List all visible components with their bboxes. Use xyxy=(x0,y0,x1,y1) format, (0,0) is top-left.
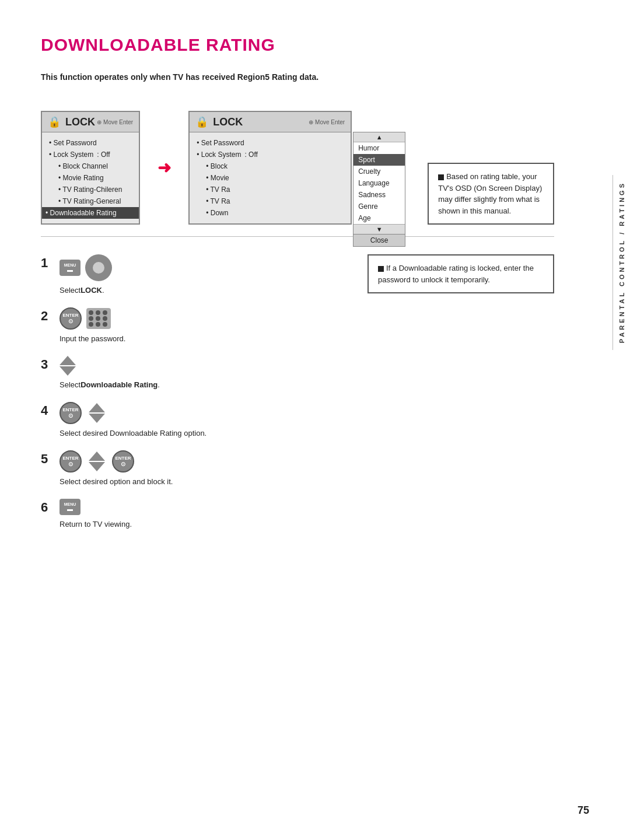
lock-ui-left-body: • Set Password • Lock System : Off • Blo… xyxy=(42,132,139,223)
dropdown-language: Language xyxy=(354,177,405,189)
up-arrow-3[interactable] xyxy=(60,356,76,365)
lock-ui-left: 🔒 LOCK ⊕ Move Enter • Set Password • Loc… xyxy=(41,111,140,225)
step-5: 5 ENTER ⊙ ENTER ⊙ xyxy=(41,450,344,486)
diagrams-row: 🔒 LOCK ⊕ Move Enter • Set Password • Loc… xyxy=(41,111,554,225)
note-box-2: If a Downloadable rating is locked, ente… xyxy=(368,254,554,293)
right-movie: • Movie xyxy=(197,172,344,184)
step-2: 2 ENTER ⊙ xyxy=(41,307,344,343)
dropdown-age: Age xyxy=(354,212,405,224)
down-arrow-4[interactable] xyxy=(89,414,105,423)
note-box-wrapper: Based on rating table, your TV's OSD (On… xyxy=(428,163,554,225)
step-3-content: Select Downloadable Rating. xyxy=(60,356,160,389)
step-5-number: 5 xyxy=(41,453,52,466)
dropdown-sport: Sport xyxy=(354,154,405,166)
page-title: DOWNLOADABLE RATING xyxy=(41,35,554,55)
note-square-icon xyxy=(438,174,444,180)
step-1-icons: MENU ▬ xyxy=(60,254,112,281)
dropdown-humor: Humor xyxy=(354,142,405,154)
right-down: • Down xyxy=(197,207,344,219)
nav-hint-right: ⊕ Move Enter xyxy=(309,119,345,125)
step-5-icons: ENTER ⊙ ENTER ⊙ xyxy=(60,450,173,473)
down-arrow-5[interactable] xyxy=(89,462,105,471)
note2-text: If a Downloadable rating is locked, ente… xyxy=(378,264,534,284)
lock-title-left: 🔒 LOCK xyxy=(48,116,95,128)
step-6-number: 6 xyxy=(41,501,52,514)
section-divider xyxy=(41,236,554,237)
note-text: Based on rating table, your TV's OSD (On… xyxy=(438,172,542,215)
arrow-right: ➜ xyxy=(158,158,171,177)
intro-text: This function operates only when TV has … xyxy=(41,72,554,82)
lock-icon-left: 🔒 xyxy=(48,116,61,128)
side-tab-text: PARENTAL CONTROL / RATINGS xyxy=(618,181,625,343)
step-6: 6 MENU ▬ Return to TV viewing. xyxy=(41,499,344,528)
lock-ui-right-header: 🔒 LOCK ⊕ Move Enter xyxy=(190,112,351,132)
lock-ui-right: 🔒 LOCK ⊕ Move Enter • Set Password • Loc… xyxy=(188,111,352,225)
dropdown-popup: ▲ Humor Sport Cruelty Language Sadness G… xyxy=(353,132,405,247)
dropdown-up-arrow: ▲ xyxy=(354,132,405,142)
lock-menu-movie-rating: • Movie Rating xyxy=(49,172,132,184)
lock-ui-right-body: • Set Password • Lock System : Off • Blo… xyxy=(190,132,351,223)
dpad-inner-1 xyxy=(93,262,104,274)
steps-row: 1 MENU ▬ Select LOCK. xyxy=(41,254,554,541)
enter-button-5a[interactable]: ENTER ⊙ xyxy=(60,450,82,473)
menu-button-6[interactable]: MENU ▬ xyxy=(60,499,80,515)
step-6-content: MENU ▬ Return to TV viewing. xyxy=(60,499,132,528)
step-2-number: 2 xyxy=(41,310,52,323)
right-tv-ra1: • TV Ra xyxy=(197,184,344,195)
step-4-label: Select desired Downloadable Rating optio… xyxy=(60,429,206,438)
arrows-3 xyxy=(60,356,76,376)
lock-ui-left-header: 🔒 LOCK ⊕ Move Enter xyxy=(42,112,139,132)
step-5-content: ENTER ⊙ ENTER ⊙ Select desired option an… xyxy=(60,450,173,486)
lock-menu-block-channel: • Block Channel xyxy=(49,160,132,172)
lock-icon-right: 🔒 xyxy=(195,116,208,128)
right-tv-ra2: • TV Ra xyxy=(197,195,344,207)
steps-left: 1 MENU ▬ Select LOCK. xyxy=(41,254,344,541)
step-1: 1 MENU ▬ Select LOCK. xyxy=(41,254,344,295)
right-ui-container: 🔒 LOCK ⊕ Move Enter • Set Password • Loc… xyxy=(188,111,352,225)
enter-button-5b[interactable]: ENTER ⊙ xyxy=(112,450,134,473)
page-number: 75 xyxy=(578,804,589,817)
lock-menu-lock-system: • Lock System : Off xyxy=(49,149,132,160)
step-2-content: ENTER ⊙ xyxy=(60,307,125,343)
dropdown-close[interactable]: Close xyxy=(354,234,405,246)
enter-button-2[interactable]: ENTER ⊙ xyxy=(60,307,82,330)
step-3-label: Select Downloadable Rating. xyxy=(60,380,160,389)
step-6-icons: MENU ▬ xyxy=(60,499,132,515)
step-1-number: 1 xyxy=(41,257,52,270)
lock-menu-tv-rating-chileren: • TV Rating-Chileren xyxy=(49,184,132,195)
right-lock-system: • Lock System : Off xyxy=(197,149,344,160)
right-block: • Block xyxy=(197,160,344,172)
step-2-label: Input the password. xyxy=(60,334,125,343)
numpad-2 xyxy=(86,308,111,329)
step-4-icons: ENTER ⊙ xyxy=(60,402,206,424)
arrows-4 xyxy=(89,403,105,423)
dropdown-genre: Genre xyxy=(354,201,405,212)
step-3-number: 3 xyxy=(41,358,52,371)
dropdown-cruelty: Cruelty xyxy=(354,166,405,177)
dropdown-down-arrow: ▼ xyxy=(354,224,405,234)
lock-title-right: 🔒 LOCK xyxy=(195,116,243,128)
right-set-password: • Set Password xyxy=(197,137,344,149)
lock-menu-downloadable-rating: • Downloadable Rating xyxy=(42,207,139,219)
menu-button-1[interactable]: MENU ▬ xyxy=(60,260,80,276)
up-arrow-5[interactable] xyxy=(89,452,105,461)
arrows-5 xyxy=(89,452,105,471)
step-6-label: Return to TV viewing. xyxy=(60,520,132,528)
step-4-number: 4 xyxy=(41,404,52,417)
step-5-label: Select desired option and block it. xyxy=(60,477,173,486)
step-4: 4 ENTER ⊙ Select desired Downloadable Ra… xyxy=(41,402,344,438)
lock-menu-set-password: • Set Password xyxy=(49,137,132,149)
step-3: 3 Select Downloadable Rating. xyxy=(41,356,344,389)
note2-square-icon xyxy=(378,266,384,272)
up-arrow-4[interactable] xyxy=(89,403,105,412)
dpad-button-1[interactable] xyxy=(85,254,112,281)
down-arrow-3[interactable] xyxy=(60,366,76,376)
step-1-label: Select LOCK. xyxy=(60,286,112,295)
step-2-icons: ENTER ⊙ xyxy=(60,307,125,330)
dropdown-sadness: Sadness xyxy=(354,189,405,201)
side-tab: PARENTAL CONTROL / RATINGS xyxy=(612,175,630,350)
step-1-content: MENU ▬ Select LOCK. xyxy=(60,254,112,295)
enter-button-4[interactable]: ENTER ⊙ xyxy=(60,402,82,424)
note-box: Based on rating table, your TV's OSD (On… xyxy=(428,163,554,225)
nav-hint-left: ⊕ Move Enter xyxy=(97,119,133,125)
